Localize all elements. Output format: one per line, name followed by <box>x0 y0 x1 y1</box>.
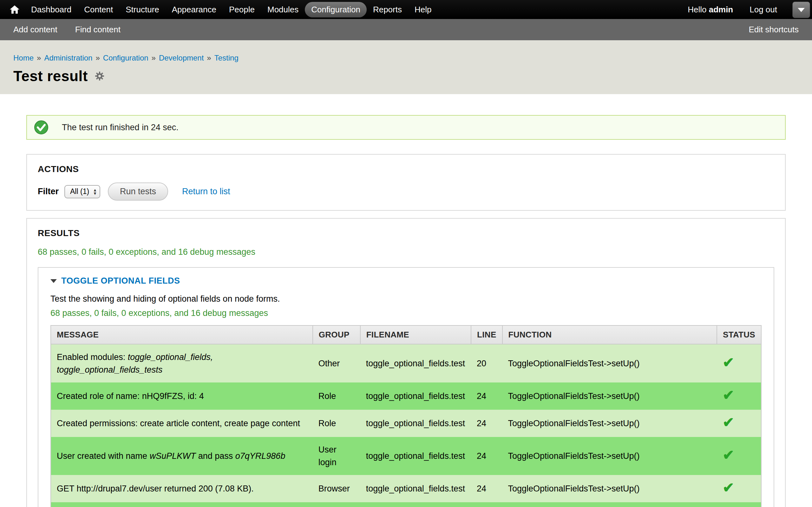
line-cell: 24 <box>471 437 502 475</box>
table-row: GET http://drupal7.dev/user returned 200… <box>51 475 761 502</box>
filename-cell: toggle_optional_fields.test <box>360 410 471 437</box>
edit-shortcuts-link[interactable]: Edit shortcuts <box>749 25 799 35</box>
status-cell: ✔ <box>717 383 761 410</box>
table-row: Created role of name: nHQ9fFZS, id: 4Rol… <box>51 383 761 410</box>
group-cell: Role <box>313 410 360 437</box>
toolbar-item-configuration[interactable]: Configuration <box>305 2 367 17</box>
message-cell: Created role of name: nHQ9fFZS, id: 4 <box>51 383 313 410</box>
shortcuts-links: Add contentFind content <box>13 25 120 35</box>
toolbar-item-people[interactable]: People <box>223 2 261 17</box>
fieldset-legend[interactable]: TOGGLE OPTIONAL FIELDS <box>50 276 762 286</box>
message-cell: User created with name wSuPLKWT and pass… <box>51 437 313 475</box>
message-text: Enabled modules: <box>57 352 128 362</box>
toolbar-item-content[interactable]: Content <box>78 2 119 17</box>
breadcrumb-separator: » <box>96 54 100 62</box>
line-cell: 20 <box>471 344 502 383</box>
toolbar-toggle-button[interactable] <box>792 2 810 18</box>
status-message: The test run finished in 24 sec. <box>26 115 786 140</box>
results-summary: 68 passes, 0 fails, 0 exceptions, and 16… <box>38 247 774 257</box>
fieldset-summary: 68 passes, 0 fails, 0 exceptions, and 16… <box>50 308 762 318</box>
breadcrumb-link[interactable]: Testing <box>214 54 239 62</box>
group-cell: Other <box>313 344 360 383</box>
message-cell: Created permissions: create article cont… <box>51 410 313 437</box>
table-row: Valid HTML found on "http://drupal7.dev/… <box>51 502 761 507</box>
gear-icon <box>95 71 104 81</box>
results-table-body: Enabled modules: toggle_optional_fields,… <box>51 344 761 507</box>
status-cell: ✔ <box>717 344 761 383</box>
user-greeting: Hello admin <box>688 5 733 14</box>
filter-select-value: All (1) <box>70 187 89 196</box>
toolbar-item-reports[interactable]: Reports <box>367 2 408 17</box>
line-cell: 24 <box>471 410 502 437</box>
filter-label: Filter <box>38 187 59 196</box>
filter-select[interactable]: All (1) ▲▼ <box>64 185 100 199</box>
logout-link[interactable]: Log out <box>750 5 777 14</box>
message-text-italic: wSuPLKWT <box>150 451 196 461</box>
results-table: MESSAGEGROUPFILENAMELINEFUNCTIONSTATUS E… <box>50 325 762 507</box>
column-header: MESSAGE <box>51 326 313 344</box>
group-cell: Role <box>313 383 360 410</box>
breadcrumb-link[interactable]: Administration <box>44 54 92 62</box>
pass-check-icon: ✔ <box>722 447 734 463</box>
toolbar-item-modules[interactable]: Modules <box>261 2 305 17</box>
select-stepper-icon: ▲▼ <box>93 188 97 195</box>
line-cell: 24 <box>471 383 502 410</box>
status-cell: ✔ <box>717 502 761 507</box>
pass-check-icon: ✔ <box>722 354 734 370</box>
breadcrumb: Home»Administration»Configuration»Develo… <box>13 54 799 62</box>
function-cell: ToggleOptionalFieldsTest->setUp() <box>502 383 717 410</box>
table-row: Enabled modules: toggle_optional_fields,… <box>51 344 761 383</box>
breadcrumb-link[interactable]: Development <box>159 54 204 62</box>
message-text: Created role of name: nHQ9fFZS, id: 4 <box>57 391 204 401</box>
toolbar-item-structure[interactable]: Structure <box>119 2 165 17</box>
pass-check-icon: ✔ <box>722 387 734 403</box>
collapse-arrow-icon <box>50 279 57 283</box>
admin-toolbar: DashboardContentStructureAppearancePeopl… <box>0 0 812 19</box>
column-header: FILENAME <box>360 326 471 344</box>
column-header: STATUS <box>717 326 761 344</box>
shortcut-link-find-content[interactable]: Find content <box>75 25 120 35</box>
breadcrumb-link[interactable]: Configuration <box>103 54 148 62</box>
home-icon <box>9 5 20 14</box>
toolbar-item-appearance[interactable]: Appearance <box>165 2 223 17</box>
breadcrumb-link[interactable]: Home <box>13 54 34 62</box>
results-table-header-row: MESSAGEGROUPFILENAMELINEFUNCTIONSTATUS <box>51 326 761 344</box>
filename-cell: toggle_optional_fields.test <box>360 344 471 383</box>
results-heading: RESULTS <box>38 228 774 238</box>
message-text-italic: o7qYRL986b <box>235 451 286 461</box>
toolbar-menu: DashboardContentStructureAppearancePeopl… <box>25 2 438 17</box>
filename-cell: toggle_optional_fields.test <box>360 437 471 475</box>
fieldset-title-link[interactable]: TOGGLE OPTIONAL FIELDS <box>61 276 180 286</box>
home-button[interactable] <box>9 5 20 14</box>
shortcut-link-add-content[interactable]: Add content <box>13 25 57 35</box>
breadcrumb-separator: » <box>37 54 41 62</box>
group-cell: User login <box>313 437 360 475</box>
message-text: Created permissions: create article cont… <box>57 418 300 428</box>
fieldset-description: Test the showing and hiding of optional … <box>50 294 762 304</box>
status-message-text: The test run finished in 24 sec. <box>62 123 179 132</box>
actions-heading: ACTIONS <box>38 164 774 174</box>
message-cell: GET http://drupal7.dev/user returned 200… <box>51 475 313 502</box>
message-cell: Enabled modules: toggle_optional_fields,… <box>51 344 313 383</box>
function-cell: ToggleOptionalFieldsTest->setUp() <box>502 475 717 502</box>
contextual-links-button[interactable] <box>95 71 104 81</box>
results-panel: RESULTS 68 passes, 0 fails, 0 exceptions… <box>26 218 786 507</box>
return-to-list-link[interactable]: Return to list <box>182 187 230 196</box>
test-fieldset: TOGGLE OPTIONAL FIELDS Test the showing … <box>38 267 774 507</box>
run-tests-button[interactable]: Run tests <box>108 182 168 201</box>
toolbar-item-dashboard[interactable]: Dashboard <box>25 2 78 17</box>
group-cell: Browser <box>313 502 360 507</box>
username: admin <box>709 5 733 14</box>
pass-check-icon: ✔ <box>722 414 734 430</box>
filename-cell: toggle_optional_fields.test <box>360 383 471 410</box>
status-ok-icon <box>34 120 49 135</box>
table-row: User created with name wSuPLKWT and pass… <box>51 437 761 475</box>
function-cell: ToggleOptionalFieldsTest->setUp() <box>502 502 717 507</box>
line-cell: 24 <box>471 502 502 507</box>
status-cell: ✔ <box>717 410 761 437</box>
line-cell: 24 <box>471 475 502 502</box>
table-row: Created permissions: create article cont… <box>51 410 761 437</box>
function-cell: ToggleOptionalFieldsTest->setUp() <box>502 437 717 475</box>
toolbar-item-help[interactable]: Help <box>408 2 438 17</box>
filename-cell: toggle_optional_fields.test <box>360 502 471 507</box>
